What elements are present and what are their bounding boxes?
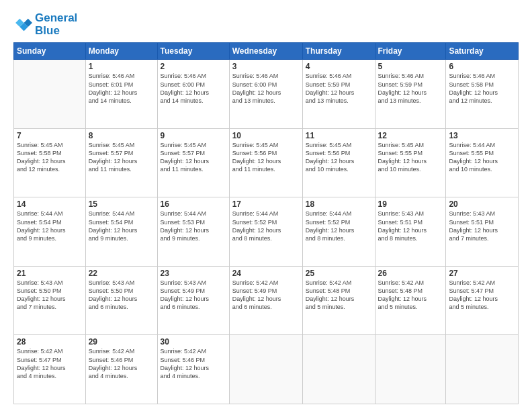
- day-number: 3: [232, 62, 300, 71]
- day-number: 6: [449, 62, 515, 71]
- calendar-week-2: 7Sunrise: 5:45 AM Sunset: 5:58 PM Daylig…: [14, 128, 519, 197]
- calendar-week-3: 14Sunrise: 5:44 AM Sunset: 5:54 PM Dayli…: [14, 197, 519, 267]
- calendar-cell: 14Sunrise: 5:44 AM Sunset: 5:54 PM Dayli…: [14, 197, 86, 267]
- day-info: Sunrise: 5:45 AM Sunset: 5:56 PM Dayligh…: [306, 141, 372, 174]
- calendar-cell: [446, 335, 519, 404]
- calendar-cell: 1Sunrise: 5:46 AM Sunset: 6:01 PM Daylig…: [85, 60, 157, 129]
- day-number: 29: [89, 337, 154, 347]
- calendar-cell: 23Sunrise: 5:43 AM Sunset: 5:49 PM Dayli…: [157, 266, 229, 335]
- day-info: Sunrise: 5:46 AM Sunset: 6:00 PM Dayligh…: [161, 72, 226, 105]
- calendar-cell: 7Sunrise: 5:45 AM Sunset: 5:58 PM Daylig…: [14, 128, 86, 197]
- calendar-cell: 26Sunrise: 5:42 AM Sunset: 5:48 PM Dayli…: [375, 266, 446, 335]
- weekday-monday: Monday: [85, 43, 157, 60]
- day-number: 24: [232, 269, 300, 278]
- calendar-cell: 18Sunrise: 5:44 AM Sunset: 5:52 PM Dayli…: [302, 197, 375, 267]
- calendar-cell: 28Sunrise: 5:42 AM Sunset: 5:47 PM Dayli…: [14, 335, 86, 404]
- calendar-cell: 15Sunrise: 5:44 AM Sunset: 5:54 PM Dayli…: [85, 197, 157, 267]
- calendar-cell: 22Sunrise: 5:43 AM Sunset: 5:50 PM Dayli…: [85, 266, 157, 335]
- calendar-cell: 20Sunrise: 5:43 AM Sunset: 5:51 PM Dayli…: [446, 197, 519, 267]
- weekday-header-row: SundayMondayTuesdayWednesdayThursdayFrid…: [14, 43, 519, 60]
- calendar-cell: [14, 60, 86, 129]
- day-number: 11: [306, 131, 372, 140]
- day-info: Sunrise: 5:42 AM Sunset: 5:46 PM Dayligh…: [89, 347, 154, 380]
- calendar-cell: 30Sunrise: 5:42 AM Sunset: 5:46 PM Dayli…: [157, 335, 229, 404]
- day-number: 10: [232, 131, 300, 140]
- calendar-cell: 29Sunrise: 5:42 AM Sunset: 5:46 PM Dayli…: [85, 335, 157, 404]
- calendar-cell: 4Sunrise: 5:46 AM Sunset: 5:59 PM Daylig…: [302, 60, 375, 129]
- day-info: Sunrise: 5:43 AM Sunset: 5:49 PM Dayligh…: [161, 279, 226, 312]
- day-number: 1: [89, 62, 154, 71]
- calendar-cell: [375, 335, 446, 404]
- day-number: 30: [161, 337, 226, 347]
- calendar-cell: 3Sunrise: 5:46 AM Sunset: 6:00 PM Daylig…: [229, 60, 302, 129]
- logo-icon: [13, 15, 32, 34]
- day-number: 9: [161, 131, 226, 140]
- weekday-saturday: Saturday: [446, 43, 519, 60]
- page: General Blue SundayMondayTuesdayWednesda…: [0, 0, 532, 411]
- day-number: 16: [161, 199, 226, 209]
- calendar-week-4: 21Sunrise: 5:43 AM Sunset: 5:50 PM Dayli…: [14, 266, 519, 335]
- day-info: Sunrise: 5:46 AM Sunset: 6:01 PM Dayligh…: [89, 72, 154, 105]
- day-info: Sunrise: 5:43 AM Sunset: 5:50 PM Dayligh…: [17, 279, 83, 312]
- weekday-friday: Friday: [375, 43, 446, 60]
- day-info: Sunrise: 5:45 AM Sunset: 5:55 PM Dayligh…: [378, 141, 443, 174]
- calendar-week-1: 1Sunrise: 5:46 AM Sunset: 6:01 PM Daylig…: [14, 60, 519, 129]
- day-info: Sunrise: 5:42 AM Sunset: 5:47 PM Dayligh…: [17, 347, 83, 380]
- day-info: Sunrise: 5:44 AM Sunset: 5:54 PM Dayligh…: [89, 210, 154, 242]
- day-number: 21: [17, 269, 83, 278]
- calendar-cell: 6Sunrise: 5:46 AM Sunset: 5:58 PM Daylig…: [446, 60, 519, 129]
- day-number: 8: [89, 131, 154, 140]
- header: General Blue: [13, 12, 519, 37]
- day-number: 2: [161, 62, 226, 71]
- weekday-sunday: Sunday: [14, 43, 86, 60]
- weekday-tuesday: Tuesday: [157, 43, 229, 60]
- calendar-cell: 17Sunrise: 5:44 AM Sunset: 5:52 PM Dayli…: [229, 197, 302, 267]
- day-number: 28: [17, 337, 83, 347]
- calendar-cell: 10Sunrise: 5:45 AM Sunset: 5:56 PM Dayli…: [229, 128, 302, 197]
- day-number: 26: [378, 269, 443, 278]
- calendar-week-5: 28Sunrise: 5:42 AM Sunset: 5:47 PM Dayli…: [14, 335, 519, 404]
- day-number: 4: [306, 62, 372, 71]
- day-number: 13: [449, 131, 515, 140]
- calendar-cell: 25Sunrise: 5:42 AM Sunset: 5:48 PM Dayli…: [302, 266, 375, 335]
- day-info: Sunrise: 5:44 AM Sunset: 5:52 PM Dayligh…: [306, 210, 372, 242]
- day-info: Sunrise: 5:45 AM Sunset: 5:58 PM Dayligh…: [17, 141, 83, 174]
- day-number: 17: [232, 199, 300, 209]
- day-info: Sunrise: 5:42 AM Sunset: 5:48 PM Dayligh…: [378, 279, 443, 312]
- day-info: Sunrise: 5:44 AM Sunset: 5:54 PM Dayligh…: [17, 210, 83, 242]
- weekday-thursday: Thursday: [302, 43, 375, 60]
- calendar-cell: 27Sunrise: 5:42 AM Sunset: 5:47 PM Dayli…: [446, 266, 519, 335]
- day-info: Sunrise: 5:42 AM Sunset: 5:48 PM Dayligh…: [306, 279, 372, 312]
- calendar-cell: 12Sunrise: 5:45 AM Sunset: 5:55 PM Dayli…: [375, 128, 446, 197]
- day-number: 15: [89, 199, 154, 209]
- calendar-table: SundayMondayTuesdayWednesdayThursdayFrid…: [13, 42, 519, 404]
- calendar-cell: 11Sunrise: 5:45 AM Sunset: 5:56 PM Dayli…: [302, 128, 375, 197]
- day-info: Sunrise: 5:46 AM Sunset: 5:59 PM Dayligh…: [378, 72, 443, 105]
- calendar-cell: [302, 335, 375, 404]
- day-number: 22: [89, 269, 154, 278]
- day-info: Sunrise: 5:42 AM Sunset: 5:49 PM Dayligh…: [232, 279, 300, 312]
- calendar-cell: 9Sunrise: 5:45 AM Sunset: 5:57 PM Daylig…: [157, 128, 229, 197]
- day-info: Sunrise: 5:42 AM Sunset: 5:46 PM Dayligh…: [161, 347, 226, 380]
- day-number: 12: [378, 131, 443, 140]
- day-info: Sunrise: 5:43 AM Sunset: 5:50 PM Dayligh…: [89, 279, 154, 312]
- day-info: Sunrise: 5:44 AM Sunset: 5:55 PM Dayligh…: [449, 141, 515, 174]
- logo: General Blue: [13, 12, 77, 37]
- calendar-cell: 8Sunrise: 5:45 AM Sunset: 5:57 PM Daylig…: [85, 128, 157, 197]
- logo-text: General Blue: [35, 12, 77, 37]
- day-info: Sunrise: 5:46 AM Sunset: 6:00 PM Dayligh…: [232, 72, 300, 105]
- day-info: Sunrise: 5:44 AM Sunset: 5:52 PM Dayligh…: [232, 210, 300, 242]
- day-info: Sunrise: 5:45 AM Sunset: 5:56 PM Dayligh…: [232, 141, 300, 174]
- day-info: Sunrise: 5:45 AM Sunset: 5:57 PM Dayligh…: [161, 141, 226, 174]
- calendar-cell: 21Sunrise: 5:43 AM Sunset: 5:50 PM Dayli…: [14, 266, 86, 335]
- day-number: 14: [17, 199, 83, 209]
- day-info: Sunrise: 5:42 AM Sunset: 5:47 PM Dayligh…: [449, 279, 515, 312]
- calendar-cell: 5Sunrise: 5:46 AM Sunset: 5:59 PM Daylig…: [375, 60, 446, 129]
- day-info: Sunrise: 5:43 AM Sunset: 5:51 PM Dayligh…: [378, 210, 443, 242]
- calendar-cell: 19Sunrise: 5:43 AM Sunset: 5:51 PM Dayli…: [375, 197, 446, 267]
- day-info: Sunrise: 5:45 AM Sunset: 5:57 PM Dayligh…: [89, 141, 154, 174]
- calendar-cell: [229, 335, 302, 404]
- calendar-cell: 2Sunrise: 5:46 AM Sunset: 6:00 PM Daylig…: [157, 60, 229, 129]
- day-number: 27: [449, 269, 515, 278]
- day-info: Sunrise: 5:46 AM Sunset: 5:58 PM Dayligh…: [449, 72, 515, 105]
